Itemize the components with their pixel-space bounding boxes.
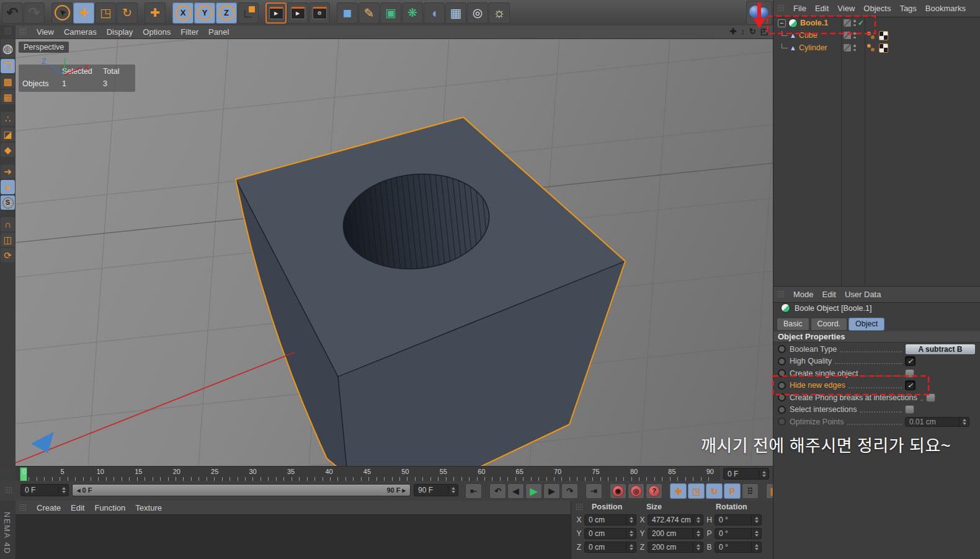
spline-pen-icon[interactable]: ✎ [359,2,380,24]
array-object-icon[interactable]: ❋ [402,2,423,24]
menu-item[interactable]: Options [143,27,171,37]
visibility-dots-icon[interactable] [853,45,856,51]
layer-icon[interactable] [843,43,852,52]
high-quality-checkbox[interactable]: ✓ [905,356,915,366]
stepper-icon[interactable] [751,543,759,552]
stepper-icon[interactable] [751,516,759,524]
object-row-boole[interactable]: Boole.1 ✓ [773,17,980,29]
uvw-tag-icon[interactable] [879,43,888,53]
stepper-icon[interactable] [626,543,634,552]
object-name[interactable]: Boole.1 [800,19,828,27]
panel-grip[interactable] [4,27,12,35]
panel-grip[interactable] [777,4,785,12]
menu-item[interactable]: Texture [135,503,162,512]
keyframe-circle-icon[interactable] [778,345,786,353]
key-parameter-toggle[interactable]: P [724,483,741,499]
keyframe-circle-icon[interactable] [778,406,786,414]
lock-x-axis-icon[interactable]: X [172,2,194,24]
menu-item[interactable]: Create [37,503,61,512]
menu-item[interactable]: User Data [845,290,881,299]
panel-grip[interactable] [19,504,27,512]
material-manager[interactable]: CreateEditFunctionTexture [16,501,571,559]
render-view-icon[interactable]: ▶ [265,2,287,24]
phong-tag-icon[interactable] [867,31,876,40]
rotation-field[interactable]: 0 ° [715,514,762,525]
position-field[interactable]: 0 cm [584,514,636,525]
goto-next-frame-button[interactable]: ▶ [543,483,560,499]
scene-light-icon[interactable]: ☼ [489,2,510,24]
tab-basic[interactable]: Basic [777,318,809,331]
goto-previous-key-button[interactable]: ↶ [489,483,506,499]
size-field[interactable]: 200 cm [648,542,703,553]
object-name[interactable]: Cylinder [799,43,827,52]
points-mode-icon[interactable]: ∴ [1,112,15,126]
menu-item[interactable]: Display [107,27,133,37]
enabled-check-icon[interactable]: ✓ [858,19,864,27]
object-name[interactable]: Cube [799,31,817,40]
layer-icon[interactable] [843,19,852,27]
rotate-tool-icon[interactable]: ↻ [117,2,138,24]
stepper-icon[interactable] [959,418,967,426]
goto-next-key-button[interactable]: ↷ [561,483,578,499]
lock-workplane-icon[interactable]: ◫ [1,233,15,247]
menu-item[interactable]: Filter [180,27,198,37]
layer-icon[interactable] [843,31,852,40]
record-keyframe-button[interactable]: ◉ [610,483,626,499]
tweak-mode-mouse-icon[interactable]: ● [1,180,15,194]
enable-snap-magnet-icon[interactable]: ∩ [1,217,15,231]
pan-view-icon[interactable]: ✚ [729,27,736,35]
boole-tool-button[interactable] [746,1,772,25]
menu-item[interactable]: Objects [863,4,891,13]
rotation-field[interactable]: 0 ° [715,528,762,539]
uvw-tag-icon[interactable] [879,31,888,40]
panel-grip[interactable] [777,290,785,298]
object-row-cube[interactable]: ▲ Cube [773,29,980,42]
end-frame-field[interactable]: 90 F [414,484,458,496]
texture-mode-icon[interactable]: ▩ [1,74,15,89]
menu-item[interactable]: Cameras [64,27,97,37]
keyframe-circle-icon[interactable] [778,418,786,426]
create-phong-breaks-checkbox[interactable] [926,393,935,402]
stepper-icon[interactable] [448,486,456,494]
hide-new-edges-checkbox[interactable]: ✓ [905,380,915,390]
last-used-tool-icon[interactable]: ✚ [145,2,166,24]
model-mode-icon[interactable]: ❒ [1,59,15,73]
rotate-view-icon[interactable]: ↻ [749,27,756,35]
stepper-icon[interactable] [693,543,701,552]
panel-grip[interactable] [5,486,12,494]
keyframe-circle-icon[interactable] [778,369,786,377]
live-selection-icon[interactable]: ➤ [51,2,73,24]
workplane-mode-icon[interactable]: ▦ [1,90,15,104]
goto-start-button[interactable]: ⇤ [465,483,482,499]
menu-item[interactable]: Edit [815,4,829,13]
menu-item[interactable]: Bookmarks [925,4,966,13]
keyframe-circle-icon[interactable] [778,382,786,390]
phong-tag-icon[interactable] [867,43,876,53]
key-pla-toggle[interactable]: ⠿ [742,483,759,499]
scale-tool-icon[interactable]: ◳ [95,2,116,24]
make-editable-icon[interactable]: ◍ [1,39,15,58]
scene-camera-icon[interactable]: ◎ [467,2,488,24]
select-intersections-checkbox[interactable] [905,405,914,414]
keyframe-circle-icon[interactable] [778,393,786,401]
stepper-icon[interactable] [759,470,767,478]
lock-z-axis-icon[interactable]: Z [216,2,237,24]
move-tool-icon[interactable]: ✚ [73,2,94,24]
panel-grip[interactable] [576,503,583,511]
keying-help-button[interactable]: ? [646,483,662,499]
size-field[interactable]: 472.474 cm [648,514,703,525]
stepper-icon[interactable] [693,529,701,538]
create-single-object-checkbox[interactable] [905,369,914,378]
coordinate-system-icon[interactable]: ∟ [238,2,259,24]
add-cube-primitive-icon[interactable]: ■ [337,2,358,24]
redo-icon[interactable]: ↷ [24,2,45,24]
play-button[interactable]: ▶ [525,483,542,499]
rotation-field[interactable]: 0 ° [715,542,762,553]
dolly-view-icon[interactable]: ↕ [741,27,745,35]
collapse-icon[interactable] [778,19,786,27]
goto-previous-frame-button[interactable]: ◀ [507,483,524,499]
align-workplane-icon[interactable]: ⟳ [1,248,15,262]
menu-item[interactable]: File [793,4,806,13]
stepper-icon[interactable] [626,516,634,524]
menu-item[interactable]: Function [94,503,125,512]
